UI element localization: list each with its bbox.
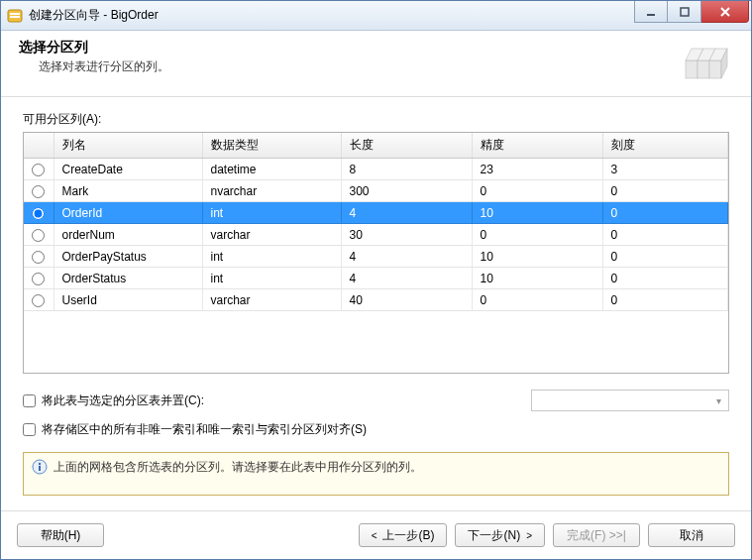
app-icon: [7, 8, 23, 24]
maximize-button[interactable]: [668, 1, 701, 23]
col-datatype: 数据类型: [202, 133, 341, 159]
window-title: 创建分区向导 - BigOrder: [29, 7, 634, 24]
svg-rect-1: [10, 13, 20, 15]
table-row[interactable]: OrderIdint4100: [24, 202, 728, 224]
col-radio: [24, 133, 54, 159]
info-box: 上面的网格包含所选表的分区列。请选择要在此表中用作分区列的列。: [23, 452, 729, 496]
col-scale: 刻度: [602, 133, 728, 159]
table-row[interactable]: orderNumvarchar3000: [24, 224, 728, 246]
content-area: 可用分区列(A): 列名 数据类型 长度 精度 刻度 CreateDatedat…: [1, 97, 751, 510]
wizard-window: 创建分区向导 - BigOrder 选择分区列 选择对表进行分区的列。: [0, 0, 752, 560]
align-indexes-label: 将存储区中的所有非唯一索引和唯一索引与索引分区列对齐(S): [42, 421, 367, 438]
columns-table: 列名 数据类型 长度 精度 刻度 CreateDatedatetime8233M…: [24, 133, 728, 311]
available-columns-label: 可用分区列(A):: [23, 111, 729, 128]
page-subtitle: 选择对表进行分区的列。: [19, 58, 678, 75]
window-controls: [634, 1, 751, 30]
columns-table-container: 列名 数据类型 长度 精度 刻度 CreateDatedatetime8233M…: [23, 132, 729, 374]
table-row[interactable]: CreateDatedatetime8233: [24, 159, 728, 180]
row-radio[interactable]: [32, 207, 45, 220]
chevron-left-icon: <: [372, 530, 377, 541]
row-radio[interactable]: [32, 251, 45, 264]
svg-point-13: [39, 463, 41, 465]
collocate-row: 将此表与选定的分区表并置(C): ▾: [23, 390, 729, 411]
align-indexes-row: 将存储区中的所有非唯一索引和唯一索引与索引分区列对齐(S): [23, 421, 729, 438]
back-button[interactable]: <上一步(B): [359, 523, 448, 547]
titlebar: 创建分区向导 - BigOrder: [1, 1, 751, 31]
svg-rect-4: [681, 8, 689, 16]
next-button[interactable]: 下一步(N)>: [455, 523, 545, 547]
help-button[interactable]: 帮助(H): [17, 523, 104, 547]
svg-rect-3: [647, 14, 655, 16]
chevron-down-icon: ▾: [710, 395, 726, 406]
col-length: 长度: [341, 133, 472, 159]
table-row[interactable]: OrderStatusint4100: [24, 268, 728, 289]
row-radio[interactable]: [32, 229, 45, 242]
svg-rect-7: [709, 60, 721, 78]
table-row[interactable]: OrderPayStatusint4100: [24, 246, 728, 268]
chevron-right-icon: >: [526, 530, 532, 541]
row-radio[interactable]: [32, 273, 45, 285]
table-header-row: 列名 数据类型 长度 精度 刻度: [24, 133, 728, 159]
finish-button[interactable]: 完成(F) >>|: [553, 523, 640, 547]
svg-rect-5: [686, 60, 698, 78]
close-button[interactable]: [701, 1, 749, 23]
footer: 帮助(H) <上一步(B) 下一步(N)> 完成(F) >>| 取消: [1, 510, 751, 559]
svg-rect-2: [10, 16, 20, 18]
row-radio[interactable]: [32, 185, 45, 198]
table-row[interactable]: UserIdvarchar4000: [24, 289, 728, 311]
info-message: 上面的网格包含所选表的分区列。请选择要在此表中用作分区列的列。: [54, 459, 422, 476]
row-radio[interactable]: [32, 164, 45, 176]
wizard-header: 选择分区列 选择对表进行分区的列。: [1, 31, 751, 97]
collocate-label: 将此表与选定的分区表并置(C):: [42, 392, 204, 409]
info-icon: [32, 459, 48, 475]
collocate-checkbox[interactable]: [23, 394, 36, 407]
page-title: 选择分区列: [19, 39, 678, 56]
minimize-button[interactable]: [634, 1, 668, 23]
svg-rect-14: [39, 466, 41, 471]
col-name: 列名: [54, 133, 202, 159]
wizard-graphic-icon: [678, 39, 733, 86]
svg-rect-6: [698, 60, 709, 78]
row-radio[interactable]: [32, 294, 45, 307]
collocate-dropdown[interactable]: ▾: [531, 390, 729, 411]
table-row[interactable]: Marknvarchar30000: [24, 180, 728, 202]
col-precision: 精度: [472, 133, 602, 159]
cancel-button[interactable]: 取消: [648, 523, 735, 547]
align-indexes-checkbox[interactable]: [23, 423, 36, 436]
